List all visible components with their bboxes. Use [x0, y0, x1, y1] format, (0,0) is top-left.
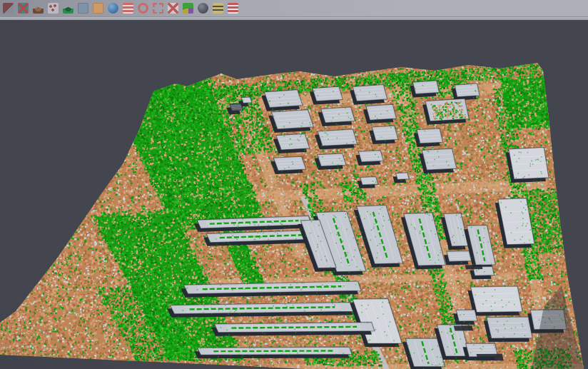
clip-tool-icon	[3, 3, 14, 14]
ground-class-tool-button[interactable]	[92, 2, 104, 14]
class-list-tool-icon	[123, 3, 133, 14]
sample-points-tool-button[interactable]	[47, 2, 59, 14]
register-tool-button[interactable]	[17, 2, 29, 14]
profile-tool-button[interactable]	[77, 2, 89, 14]
circle-select-tool-icon	[138, 3, 148, 14]
toolbar	[0, 0, 588, 17]
measure-grid-tool-button[interactable]	[212, 2, 224, 14]
globe-view-tool-icon	[108, 3, 118, 14]
layers-tool-button[interactable]	[227, 2, 239, 14]
application-window	[0, 0, 588, 369]
profile-tool-icon	[78, 3, 88, 14]
sphere-view-tool-button[interactable]	[197, 2, 209, 14]
circle-select-tool-button[interactable]	[137, 2, 149, 14]
fit-view-tool-icon	[153, 3, 163, 14]
class-list-tool-button[interactable]	[122, 2, 134, 14]
measure-grid-tool-icon	[213, 3, 223, 14]
ground-class-tool-icon	[93, 3, 103, 14]
classify-colors-tool-icon	[183, 3, 193, 14]
clip-tool-button[interactable]	[2, 2, 14, 14]
globe-view-tool-button[interactable]	[107, 2, 119, 14]
classify-colors-tool-button[interactable]	[182, 2, 194, 14]
fit-view-tool-button[interactable]	[152, 2, 164, 14]
cross-section-tool-icon	[168, 3, 178, 14]
sample-points-tool-icon	[48, 3, 59, 14]
register-tool-icon	[18, 3, 29, 14]
layers-tool-icon	[228, 3, 238, 14]
terrain-tool-icon	[33, 3, 44, 14]
vegetation-tool-button[interactable]	[62, 2, 74, 14]
cross-section-tool-button[interactable]	[167, 2, 179, 14]
sphere-view-tool-icon	[198, 3, 208, 14]
terrain-tool-button[interactable]	[32, 2, 44, 14]
viewport-3d-point-cloud[interactable]	[0, 20, 588, 369]
vegetation-tool-icon	[63, 3, 74, 14]
